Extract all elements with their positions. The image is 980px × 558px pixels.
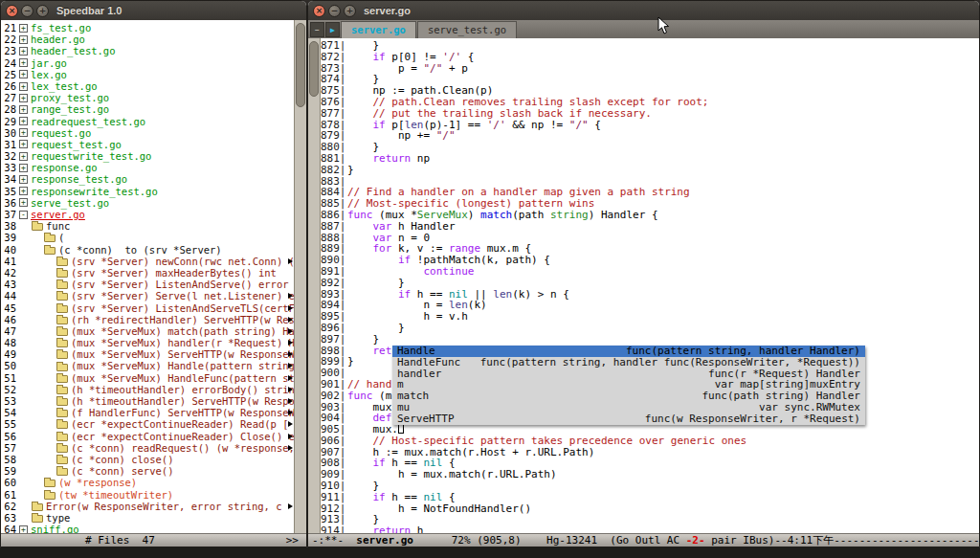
collapse-icon[interactable]: - — [19, 211, 28, 219]
code-line-882[interactable]: 882|} — [321, 165, 979, 176]
folder-icon[interactable] — [44, 492, 56, 500]
tab-server-go[interactable]: server.go — [341, 21, 416, 38]
expand-icon[interactable]: + — [19, 175, 28, 184]
speedbar-item-srv-Server-newConn-rwc-net.C[interactable]: 41(srv *Server) newConn(rwc net.Conn) ( — [1, 256, 294, 267]
editor-scrollbar-thumb[interactable] — [309, 41, 319, 97]
item-label[interactable]: (srv *Server) Serve(l net.Listener) e — [71, 290, 294, 301]
item-label[interactable]: (mux *ServeMux) Handle(pattern string — [71, 360, 294, 371]
item-label[interactable]: serve_test.go — [31, 197, 109, 209]
item-label[interactable]: (mux *ServeMux) ServeHTTP(w ResponseW — [71, 348, 294, 360]
item-label[interactable]: (tw *timeoutWriter) — [58, 489, 173, 501]
speedbar-item-c-conn-serve[interactable]: 59(c *conn) serve() — [1, 465, 294, 477]
speedbar-item-f-HandlerFunc-ServeHTTP-w-Re[interactable]: 54(f HandlerFunc) ServeHTTP(w ResponseW — [1, 407, 294, 418]
minimize-button[interactable]: − — [328, 5, 341, 17]
folder-icon[interactable] — [56, 270, 68, 278]
close-button[interactable]: × — [313, 5, 325, 17]
expand-icon[interactable]: + — [19, 128, 28, 137]
speedbar-item-server.go[interactable]: 37-server.go — [1, 209, 294, 220]
expand-icon[interactable]: + — [19, 58, 28, 67]
item-label[interactable]: proxy_test.go — [31, 92, 109, 103]
item-label[interactable]: (ecr *expectContinueReader) Close() e — [71, 431, 294, 442]
item-label[interactable]: requestwrite_test.go — [31, 150, 151, 162]
item-label[interactable]: request_test.go — [31, 139, 122, 150]
item-label[interactable]: response_test.go — [31, 173, 127, 185]
speedbar-item-mux-ServeMux-match-path-stri[interactable]: 47(mux *ServeMux) match(path string) Ha — [1, 325, 294, 337]
folder-icon[interactable] — [56, 434, 68, 441]
editor-scrollbar[interactable] — [308, 38, 321, 533]
item-label[interactable]: sniff.go — [31, 524, 79, 533]
autocomplete-item-HandleFunc[interactable]: HandleFuncfunc(pattern string, handler f… — [392, 357, 865, 368]
item-label[interactable]: range_test.go — [31, 103, 109, 115]
speedbar-item-srv-Server-Serve-l-net.Liste[interactable]: 44(srv *Server) Serve(l net.Listener) e — [1, 290, 294, 301]
expand-icon[interactable]: + — [19, 82, 28, 91]
item-label[interactable]: (rh *redirectHandler) ServeHTTP(w Res — [71, 314, 294, 325]
folder-icon[interactable] — [56, 468, 68, 476]
code-line-879[interactable]: 879| np += "/" — [321, 130, 979, 142]
tabbar-scroll-right-button[interactable]: ▶ — [325, 22, 340, 37]
speedbar-item-ecr-expectContinueReader-Rea[interactable]: 55(ecr *expectContinueReader) Read(p [ — [1, 418, 294, 430]
item-label[interactable]: fs_test.go — [31, 22, 91, 33]
minimize-button[interactable]: − — [21, 5, 33, 17]
item-label[interactable]: responsewrite_test.go — [31, 186, 158, 197]
folder-icon[interactable] — [56, 293, 68, 301]
item-label[interactable]: (srv *Server) ListenAndServeTLS(certF — [71, 302, 294, 314]
code-line-896[interactable]: 896| } — [321, 323, 979, 334]
code-line-891[interactable]: 891| continue — [321, 266, 979, 278]
expand-icon[interactable]: + — [19, 47, 28, 56]
expand-icon[interactable]: + — [19, 94, 28, 102]
item-label[interactable]: (h *timeoutHandler) errorBody() strin — [71, 384, 294, 395]
folder-icon[interactable] — [56, 375, 68, 383]
speedbar-scrollbar-thumb[interactable] — [296, 23, 305, 107]
autocomplete-item-mu[interactable]: muvar sync.RWMutex — [392, 402, 865, 413]
item-label[interactable]: (c *conn) close() — [71, 454, 173, 465]
item-label[interactable]: type — [46, 512, 70, 524]
speedbar-item-ecr-expectContinueReader-Clo[interactable]: 56(ecr *expectContinueReader) Close() e — [1, 431, 294, 442]
autocomplete-item-ServeHTTP[interactable]: ServeHTTPfunc(w ResponseWriter, r *Reque… — [392, 413, 865, 425]
item-label[interactable]: (srv *Server) newConn(rwc net.Conn) ( — [71, 256, 294, 267]
item-label[interactable]: (w *response) — [58, 477, 137, 488]
item-label[interactable]: (mux *ServeMux) match(path string) Ha — [71, 325, 294, 337]
speedbar-item-responsewrite_test.go[interactable]: 35+responsewrite_test.go — [1, 186, 294, 197]
expand-icon[interactable]: + — [19, 35, 28, 44]
item-label[interactable]: response.go — [31, 162, 98, 173]
item-label[interactable]: (ecr *expectContinueReader) Read(p [ — [71, 418, 289, 430]
expand-icon[interactable]: + — [19, 140, 28, 148]
modeline-buffer-name[interactable]: server.go — [356, 534, 413, 547]
expand-icon[interactable]: + — [19, 164, 28, 172]
speedbar-item-request.go[interactable]: 30+request.go — [1, 127, 294, 139]
speedbar-item-type[interactable]: 63type — [1, 512, 294, 524]
speedbar-item-srv-Server-ListenAndServeTLS[interactable]: 45(srv *Server) ListenAndServeTLS(certF — [1, 302, 294, 314]
folder-icon[interactable] — [32, 223, 43, 231]
folder-icon[interactable] — [56, 351, 68, 359]
folder-icon[interactable] — [56, 445, 68, 453]
speedbar-item-c-conn-close[interactable]: 58(c *conn) close() — [1, 454, 294, 465]
speedbar-item-fs_test.go[interactable]: 21+fs_test.go — [1, 22, 294, 33]
speedbar-item-rh-redirectHandler-ServeHTTP[interactable]: 46(rh *redirectHandler) ServeHTTP(w Res — [1, 314, 294, 325]
folder-icon[interactable] — [44, 247, 56, 255]
speedbar-scrollbar[interactable] — [294, 20, 306, 533]
item-label[interactable]: (f HandlerFunc) ServeHTTP(w ResponseW — [71, 407, 294, 418]
editor-titlebar[interactable]: ×−+ server.go — [308, 1, 979, 20]
speedbar-item-srv-Server-maxHeaderBytes-in[interactable]: 42(srv *Server) maxHeaderBytes() int — [1, 267, 294, 279]
speedbar-item-requestwrite_test.go[interactable]: 32+requestwrite_test.go — [1, 150, 294, 162]
folder-icon[interactable] — [56, 340, 68, 347]
speedbar-item-func[interactable]: 38func — [1, 220, 294, 232]
expand-icon[interactable]: + — [19, 187, 28, 195]
speedbar-item-mux-ServeMux-ServeHTTP-w-Res[interactable]: 49(mux *ServeMux) ServeHTTP(w ResponseW — [1, 348, 294, 360]
item-label[interactable]: request.go — [31, 127, 91, 139]
item-label[interactable]: jar.go — [31, 57, 67, 69]
folder-icon[interactable] — [56, 421, 68, 429]
folder-icon[interactable] — [44, 480, 56, 487]
item-label[interactable]: readrequest_test.go — [31, 116, 145, 127]
folder-icon[interactable] — [56, 387, 68, 394]
item-label[interactable]: header_test.go — [31, 45, 116, 56]
expand-icon[interactable]: + — [19, 198, 28, 207]
speedbar-item-sniff.go[interactable]: 64+sniff.go — [1, 524, 294, 533]
folder-icon[interactable] — [56, 317, 68, 324]
folder-icon[interactable] — [56, 258, 68, 266]
expand-icon[interactable]: + — [19, 70, 28, 78]
item-label[interactable]: header.go — [31, 33, 85, 45]
item-label[interactable]: Error(w ResponseWriter, error string, c — [46, 501, 282, 512]
expand-icon[interactable]: + — [19, 525, 28, 533]
speedbar-item-header.go[interactable]: 22+header.go — [1, 33, 294, 45]
